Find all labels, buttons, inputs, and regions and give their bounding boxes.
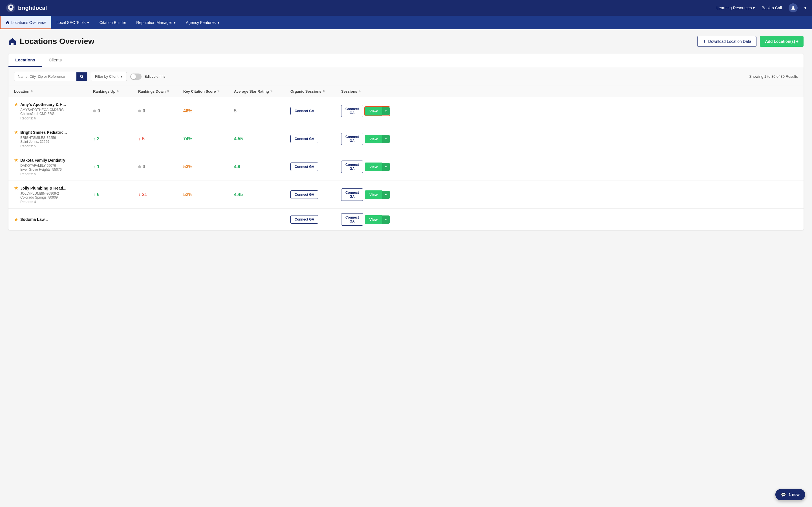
view-dropdown-dakota[interactable]: ▾: [382, 163, 390, 171]
sort-icon-organic: ⇅: [322, 90, 325, 93]
rankings-down-amys: 0: [138, 108, 183, 114]
star-rating-val-dakota: 4.9: [234, 164, 240, 169]
view-button-dakota[interactable]: View: [365, 163, 382, 171]
col-label-sessions: Sessions: [341, 89, 357, 94]
connect-ga-organic-brightsmiles[interactable]: Connect GA: [290, 135, 318, 143]
star-rating-val-amys: 5: [234, 108, 237, 114]
location-info-brightsmiles: ★ Bright Smiles Pediatric... BRIGHTSMILE…: [14, 129, 93, 148]
location-reports-dakota: Reports: 5: [14, 172, 93, 176]
nav-item-agency-features[interactable]: Agency Features ▾: [181, 16, 224, 29]
location-name-jolly: Jolly Plumbing & Heati...: [20, 186, 66, 190]
star-rating-amys: 5: [234, 108, 290, 114]
rankings-up-val-amys: 0: [98, 108, 100, 114]
page-header-actions: ⬇ Download Location Data Add Location(s)…: [697, 36, 804, 47]
chat-bubble[interactable]: 💬 1 new: [775, 489, 805, 500]
col-header-rankings-up[interactable]: Rankings Up ⇅: [93, 89, 138, 94]
col-header-location[interactable]: Location ⇅: [14, 89, 93, 94]
filter-label: Filter by Client: [95, 74, 118, 78]
rankings-down-dakota: 0: [138, 164, 183, 169]
location-name-brightsmiles: Bright Smiles Pediatric...: [20, 130, 67, 135]
view-dropdown-sodoma[interactable]: ▾: [382, 216, 390, 224]
view-button-brightsmiles[interactable]: View: [365, 135, 382, 144]
connect-ga-sessions-dakota[interactable]: Connect GA: [341, 161, 363, 173]
sessions-amys: Connect GA View ▾: [341, 105, 386, 117]
search-box: [14, 72, 87, 81]
location-info-dakota: ★ Dakota Family Dentistry DAKOTAFAMILY-5…: [14, 158, 93, 176]
connect-ga-sessions-jolly[interactable]: Connect GA: [341, 188, 363, 201]
col-header-citation-score[interactable]: Key Citation Score ⇅: [183, 89, 234, 94]
organic-sessions-sodoma: Connect GA: [290, 215, 341, 224]
user-menu-chevron[interactable]: ▾: [804, 6, 806, 10]
tabs-container: Locations Clients Filter by Client ▾: [8, 54, 804, 230]
edit-columns-toggle[interactable]: [130, 73, 142, 80]
star-rating-val-brightsmiles: 4.55: [234, 136, 243, 142]
connect-ga-organic-dakota[interactable]: Connect GA: [290, 163, 318, 171]
nav-item-locations-overview[interactable]: Locations Overview: [0, 16, 51, 29]
citation-score-brightsmiles: 74%: [183, 136, 234, 142]
sessions-jolly: Connect GA View ▾: [341, 188, 386, 201]
col-label-organic-sessions: Organic Sessions: [290, 89, 321, 94]
star-rating-jolly: 4.45: [234, 192, 290, 197]
col-header-sessions[interactable]: Sessions ⇅: [341, 89, 386, 94]
sort-icon-sessions: ⇅: [358, 90, 361, 93]
tab-clients-label: Clients: [49, 57, 62, 62]
col-header-star-rating[interactable]: Average Star Rating ⇅: [234, 89, 290, 94]
view-dropdown-brightsmiles[interactable]: ▾: [382, 135, 390, 143]
location-ref-brightsmiles: BRIGHTSMILES-32259: [14, 136, 93, 140]
add-location-button[interactable]: Add Location(s) +: [760, 36, 804, 47]
user-avatar[interactable]: [789, 3, 798, 12]
view-button-sodoma[interactable]: View: [365, 215, 382, 224]
book-a-call-link[interactable]: Book a Call: [762, 6, 782, 10]
search-input[interactable]: [14, 72, 77, 81]
connect-ga-organic-amys[interactable]: Connect GA: [290, 107, 318, 115]
rankings-up-val-dakota: 1: [97, 164, 100, 169]
tab-locations[interactable]: Locations: [8, 54, 42, 67]
citation-score-dakota: 53%: [183, 164, 234, 169]
logo[interactable]: brightlocal: [6, 3, 47, 13]
download-location-data-button[interactable]: ⬇ Download Location Data: [697, 36, 757, 47]
filter-by-client-button[interactable]: Filter by Client ▾: [91, 72, 127, 81]
arrow-down-jolly: ↓: [138, 192, 140, 197]
table-toolbar: Filter by Client ▾ Edit columns Showing …: [8, 67, 804, 86]
search-button[interactable]: [77, 72, 87, 81]
rankings-up-jolly: ↑ 6: [93, 192, 138, 197]
col-header-organic-sessions[interactable]: Organic Sessions ⇅: [290, 89, 341, 94]
connect-ga-sessions-amys[interactable]: Connect GA: [341, 105, 363, 117]
location-city-jolly: Colorado Springs, 80909: [14, 195, 93, 200]
table-row: ★ Bright Smiles Pediatric... BRIGHTSMILE…: [8, 125, 804, 153]
view-dropdown-amys[interactable]: ▾: [382, 107, 390, 115]
svg-point-1: [10, 6, 12, 8]
download-icon: ⬇: [703, 39, 706, 44]
nav-label-reputation-manager: Reputation Manager: [136, 20, 172, 25]
chat-label: 1 new: [789, 492, 800, 497]
connect-ga-organic-sodoma[interactable]: Connect GA: [290, 215, 318, 224]
rankings-up-brightsmiles: ↑ 2: [93, 136, 138, 142]
star-icon-jolly: ★: [14, 185, 18, 191]
citation-val-amys: 46%: [183, 108, 192, 114]
tab-clients[interactable]: Clients: [42, 54, 68, 67]
star-icon-sodoma: ★: [14, 217, 18, 222]
connect-ga-organic-jolly[interactable]: Connect GA: [290, 190, 318, 199]
learning-resources-chevron: ▾: [753, 6, 755, 10]
col-header-rankings-down[interactable]: Rankings Down ⇅: [138, 89, 183, 94]
star-rating-dakota: 4.9: [234, 164, 290, 169]
learning-resources-link[interactable]: Learning Resources ▾: [716, 6, 755, 10]
location-city-dakota: Inver Grove Heights, 55076: [14, 168, 93, 172]
view-dropdown-jolly[interactable]: ▾: [382, 191, 390, 199]
nav-item-citation-builder[interactable]: Citation Builder: [94, 16, 131, 29]
location-ref-amys: AMYSAPOTHECA-CM26RG: [14, 108, 93, 112]
rankings-down-jolly: ↓ 21: [138, 192, 183, 197]
nav-item-reputation-manager[interactable]: Reputation Manager ▾: [131, 16, 181, 29]
neutral-dot-dakota-down: [138, 165, 141, 168]
main-content: Locations Overview ⬇ Download Location D…: [0, 29, 812, 507]
rankings-up-dakota: ↑ 1: [93, 164, 138, 169]
location-reports-brightsmiles: Reports: 5: [14, 144, 93, 148]
neutral-dot-amys-down: [138, 110, 141, 112]
view-button-amys[interactable]: View: [365, 107, 382, 115]
connect-ga-sessions-brightsmiles[interactable]: Connect GA: [341, 133, 363, 145]
view-button-jolly[interactable]: View: [365, 190, 382, 199]
logo-text: brightlocal: [18, 5, 47, 11]
nav-item-local-seo-tools[interactable]: Local SEO Tools ▾: [51, 16, 94, 29]
connect-ga-sessions-sodoma[interactable]: Connect GA: [341, 213, 363, 226]
col-label-location: Location: [14, 89, 29, 94]
